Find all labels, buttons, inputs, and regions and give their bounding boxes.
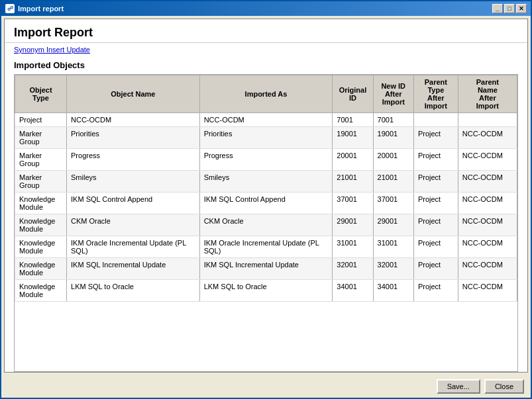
close-button[interactable]: ✕ (516, 4, 527, 13)
table-cell: 31001 (373, 236, 413, 258)
title-bar-controls: _ □ ✕ (492, 4, 527, 13)
table-cell: CKM Oracle (67, 214, 200, 236)
table-cell: MarkerGroup (15, 149, 67, 171)
data-table: ObjectType Object Name Imported As Origi… (15, 75, 517, 302)
save-button[interactable]: Save... (437, 379, 480, 394)
window-icon: ☍ (5, 4, 15, 13)
table-cell: NCC-OCDM (67, 113, 200, 127)
table-row: MarkerGroupSmileysSmileys2100121001Proje… (15, 171, 517, 193)
table-cell: NCC-OCDM (458, 171, 517, 193)
table-cell: Progress (67, 149, 200, 171)
col-header-object-name: Object Name (67, 75, 200, 113)
table-cell: 20001 (373, 149, 413, 171)
table-cell: MarkerGroup (15, 171, 67, 193)
table-cell: KnowledgeModule (15, 236, 67, 258)
table-cell: IKM SQL Incremental Update (67, 258, 200, 280)
table-cell: 31001 (333, 236, 373, 258)
table-cell: NCC-OCDM (458, 127, 517, 149)
table-cell: 37001 (333, 193, 373, 214)
table-cell: 19001 (373, 127, 413, 149)
section-title: Imported Objects (5, 56, 527, 74)
table-cell: Project (413, 149, 458, 171)
table-cell: NCC-OCDM (458, 149, 517, 171)
col-header-parent-type: ParentTypeAfterImport (413, 75, 458, 113)
table-cell: Smileys (67, 171, 200, 193)
table-cell: NCC-OCDM (458, 193, 517, 214)
title-bar: ☍ Import report _ □ ✕ (1, 1, 531, 16)
table-row: MarkerGroupProgressProgress2000120001Pro… (15, 149, 517, 171)
col-header-object-type: ObjectType (15, 75, 67, 113)
table-cell: 34001 (333, 280, 373, 302)
table-cell: Project (413, 193, 458, 214)
footer: Save... Close (1, 375, 531, 398)
table-cell: IKM Oracle Incremental Update (PL SQL) (67, 236, 200, 258)
data-table-container[interactable]: ObjectType Object Name Imported As Origi… (14, 74, 518, 372)
col-header-new-id: New IDAfterImport (373, 75, 413, 113)
table-row: MarkerGroupPrioritiesPriorities190011900… (15, 127, 517, 149)
col-header-parent-name: ParentNameAfterImport (458, 75, 517, 113)
content-area: Import Report Synonym Insert Update Impo… (4, 19, 528, 373)
table-cell (458, 113, 517, 127)
window-title: Import report (18, 5, 64, 13)
table-cell: 29001 (373, 214, 413, 236)
table-cell: 32001 (333, 258, 373, 280)
close-button-footer[interactable]: Close (484, 379, 524, 394)
table-cell: Priorities (199, 127, 333, 149)
table-row: KnowledgeModuleLKM SQL to OracleLKM SQL … (15, 280, 517, 302)
table-body: ProjectNCC-OCDMNCC-OCDM70017001MarkerGro… (15, 113, 517, 302)
table-row: KnowledgeModuleIKM SQL Control AppendIKM… (15, 193, 517, 214)
table-cell: 19001 (333, 127, 373, 149)
table-cell: NCC-OCDM (458, 280, 517, 302)
table-cell: Project (15, 113, 67, 127)
table-cell: Smileys (199, 171, 333, 193)
table-row: KnowledgeModuleIKM Oracle Incremental Up… (15, 236, 517, 258)
table-cell: KnowledgeModule (15, 280, 67, 302)
import-report-window: ☍ Import report _ □ ✕ Import Report Syno… (0, 0, 532, 399)
table-cell: Priorities (67, 127, 200, 149)
table-cell: 7001 (333, 113, 373, 127)
report-title: Import Report (5, 19, 527, 43)
table-cell: NCC-OCDM (458, 214, 517, 236)
table-cell: Project (413, 214, 458, 236)
table-cell: CKM Oracle (199, 214, 333, 236)
table-cell: KnowledgeModule (15, 258, 67, 280)
table-header-row: ObjectType Object Name Imported As Origi… (15, 75, 517, 113)
table-cell: Project (413, 236, 458, 258)
maximize-button[interactable]: □ (504, 4, 515, 13)
table-cell: IKM SQL Incremental Update (199, 258, 333, 280)
table-cell: Project (413, 127, 458, 149)
subtitle-link[interactable]: Synonym Insert Update (5, 43, 527, 56)
col-header-imported-as: Imported As (199, 75, 333, 113)
table-cell: Project (413, 258, 458, 280)
table-cell: 21001 (333, 171, 373, 193)
table-cell: NCC-OCDM (458, 258, 517, 280)
table-cell: 21001 (373, 171, 413, 193)
table-row: KnowledgeModuleIKM SQL Incremental Updat… (15, 258, 517, 280)
table-cell: KnowledgeModule (15, 193, 67, 214)
table-cell: LKM SQL to Oracle (199, 280, 333, 302)
table-cell: Project (413, 280, 458, 302)
minimize-button[interactable]: _ (492, 4, 503, 13)
table-cell: IKM Oracle Incremental Update (PL SQL) (199, 236, 333, 258)
table-cell: KnowledgeModule (15, 214, 67, 236)
table-row: ProjectNCC-OCDMNCC-OCDM70017001 (15, 113, 517, 127)
table-cell: Project (413, 171, 458, 193)
table-cell: 20001 (333, 149, 373, 171)
table-row: KnowledgeModuleCKM OracleCKM Oracle29001… (15, 214, 517, 236)
table-cell: Progress (199, 149, 333, 171)
table-cell: 34001 (373, 280, 413, 302)
table-cell: NCC-OCDM (458, 236, 517, 258)
table-cell: 7001 (373, 113, 413, 127)
table-cell (413, 113, 458, 127)
table-cell: NCC-OCDM (199, 113, 333, 127)
table-cell: IKM SQL Control Append (199, 193, 333, 214)
table-cell: 37001 (373, 193, 413, 214)
table-cell: 32001 (373, 258, 413, 280)
title-bar-left: ☍ Import report (5, 4, 64, 13)
table-cell: IKM SQL Control Append (67, 193, 200, 214)
col-header-original-id: OriginalID (333, 75, 373, 113)
table-cell: 29001 (333, 214, 373, 236)
table-cell: LKM SQL to Oracle (67, 280, 200, 302)
table-cell: MarkerGroup (15, 127, 67, 149)
